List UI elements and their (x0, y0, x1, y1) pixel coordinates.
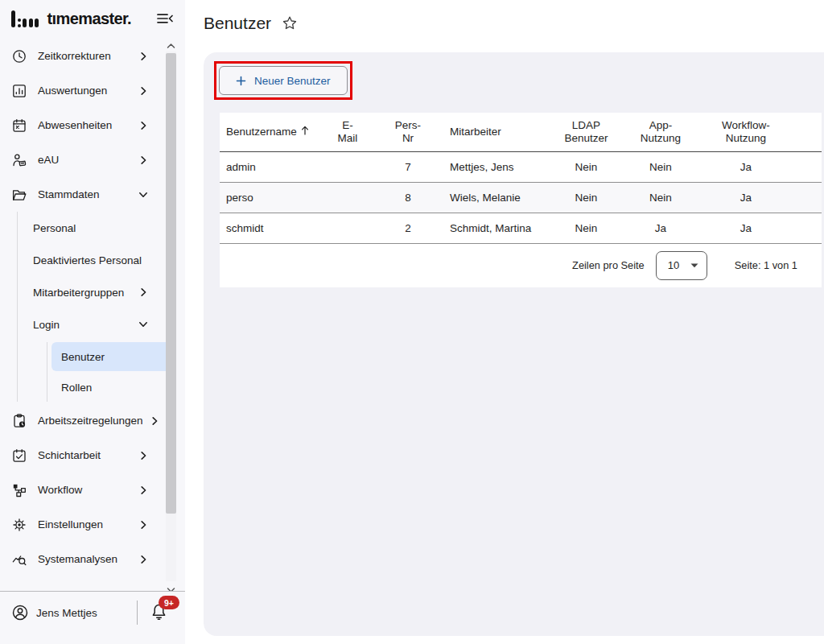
table-cell: Nein (548, 182, 624, 213)
table-cell: 2 (373, 213, 443, 243)
table-cell: perso (220, 182, 323, 213)
user-name: Jens Mettjes (36, 607, 97, 619)
chevron-right-icon (138, 121, 148, 130)
page-title: Benutzer (204, 14, 271, 33)
chevron-right-icon (138, 485, 148, 495)
sidebar-item-personal[interactable]: Personal (18, 212, 185, 244)
table-cell: Wiels, Melanie (443, 182, 548, 213)
user-menu[interactable]: Jens Mettjes 9+ (0, 592, 185, 634)
table-cell (323, 213, 373, 243)
sidebar-scrollbar-thumb[interactable] (166, 53, 176, 514)
sidebar-item-benutzer[interactable]: Benutzer (52, 342, 174, 371)
sidebar-item-zeitkorrekturen[interactable]: Zeitkorrekturen (0, 39, 185, 73)
table-cell: 8 (373, 182, 443, 213)
sidebar-footer: Jens Mettjes 9+ (0, 591, 185, 644)
sidebar-item-deaktiviertes-personal[interactable]: Deaktiviertes Personal (18, 244, 185, 276)
table-body: admin7Mettjes, JensNeinNeinJaperso8Wiels… (220, 151, 822, 243)
table-row-admin[interactable]: admin7Mettjes, JensNeinNeinJa (220, 151, 822, 182)
table-cell-spacer (795, 151, 822, 182)
clock-icon (11, 48, 27, 64)
sidebar-item-label: Einstellungen (38, 518, 132, 530)
table-cell: Nein (548, 213, 624, 243)
sidebar-item-stammdaten[interactable]: Stammdaten (0, 177, 185, 212)
sidebar-item-label: Arbeitszeitregelungen (38, 415, 143, 427)
logout-icon[interactable] (11, 638, 27, 644)
table-cell: Mettjes, Jens (443, 151, 548, 182)
chevron-right-icon (138, 451, 148, 460)
table-cell: Ja (624, 213, 697, 243)
chevron-down-icon (138, 320, 148, 329)
favorite-star-icon[interactable] (282, 15, 298, 31)
column-header-3[interactable]: Mitarbeiter (443, 113, 548, 151)
bar-chart-icon (11, 83, 27, 99)
rows-per-page-select[interactable]: 10 (656, 251, 707, 280)
sidebar-subgroup: BenutzerRollen (47, 342, 185, 402)
sidebar-item-label: Schichtarbeit (38, 449, 132, 461)
column-header-2[interactable]: Pers- Nr (373, 113, 443, 151)
sidebar-item-mitarbeitergruppen[interactable]: Mitarbeitergruppen (18, 276, 185, 308)
sidebar-item-workflow[interactable]: Workflow (0, 473, 185, 507)
column-header-1[interactable]: E- Mail (323, 113, 373, 151)
sidebar-item-arbeitszeitregelungen[interactable]: Arbeitszeitregelungen (0, 403, 185, 438)
column-header-label: Workflow- Nutzung (722, 119, 770, 144)
sidebar-item-eau[interactable]: eAU (0, 142, 185, 177)
chart-search-icon (11, 551, 27, 568)
calendar-x-icon (11, 118, 27, 134)
sidebar-item-schichtarbeit[interactable]: Schichtarbeit (0, 438, 185, 473)
sidebar-nav: ZeitkorrekturenAuswertungenAbwesenheiten… (0, 39, 185, 591)
table-footer: Zeilen pro Seite 10 Seite: 1 von 1 (220, 244, 822, 287)
users-table: BenutzernameE- MailPers- NrMitarbeiterLD… (220, 113, 822, 244)
collapse-sidebar-icon[interactable] (154, 9, 175, 28)
new-user-button[interactable]: Neuer Benutzer (219, 66, 348, 95)
sidebar: tımemaster. ZeitkorrekturenAuswertungenA… (0, 0, 185, 644)
column-header-spacer (795, 113, 822, 151)
notifications-button[interactable]: 9+ (150, 602, 168, 625)
table-row-schmidt[interactable]: schmidt2Schmidt, MartinaNeinJaJa (220, 213, 822, 243)
column-header-label: Benutzername (226, 126, 297, 138)
sidebar-item-einstellungen[interactable]: Einstellungen (0, 507, 185, 542)
notification-badge: 9+ (159, 596, 179, 609)
sidebar-item-label: Stammdaten (38, 188, 132, 200)
sidebar-item-label: Zeitkorrekturen (38, 50, 132, 62)
annotation-highlight-box: Neuer Benutzer (214, 61, 352, 100)
table-cell: schmidt (220, 213, 323, 243)
column-header-label: LDAP Benutzer (564, 119, 608, 144)
table-cell: Nein (548, 151, 624, 182)
sidebar-item-rollen[interactable]: Rollen (52, 373, 174, 402)
sidebar-item-systemanalysen[interactable]: Systemanalysen (0, 542, 185, 576)
column-header-6[interactable]: Workflow- Nutzung (697, 113, 795, 151)
workflow-icon (11, 482, 27, 498)
sidebar-item-label: Rollen (61, 382, 164, 394)
sidebar-item-label: Auswertungen (38, 85, 132, 97)
column-header-label: Pers- Nr (395, 119, 421, 144)
scroll-up-icon[interactable] (166, 42, 176, 50)
rows-per-page-value: 10 (668, 259, 679, 271)
chevron-right-icon (150, 416, 159, 426)
sidebar-item-auswertungen[interactable]: Auswertungen (0, 73, 185, 108)
table-cell (323, 182, 373, 213)
dropdown-caret-icon (690, 263, 698, 268)
chevron-right-icon (138, 555, 148, 564)
gear-icon (11, 517, 27, 533)
sidebar-item-label: Login (33, 319, 132, 331)
sidebar-item-label: Workflow (38, 484, 132, 496)
calendar-check-icon (11, 448, 27, 464)
table-row-perso[interactable]: perso8Wiels, MelanieNeinNeinJa (220, 182, 822, 213)
main-content: Benutzer Neuer Benutzer BenutzernameE- M… (185, 0, 824, 644)
column-header-4[interactable]: LDAP Benutzer (548, 113, 624, 151)
chevron-right-icon (138, 155, 148, 165)
sidebar-item-abwesenheiten[interactable]: Abwesenheiten (0, 108, 185, 142)
page-info: Seite: 1 von 1 (735, 259, 797, 271)
sidebar-item-login[interactable]: Login (18, 308, 185, 341)
sidebar-item-label: Deaktiviertes Personal (33, 254, 185, 266)
logo-row: tımemaster. (0, 0, 185, 37)
column-header-0[interactable]: Benutzername (220, 113, 323, 151)
rows-per-page-label: Zeilen pro Seite (572, 259, 645, 271)
chevron-right-icon (138, 287, 148, 297)
table-cell: Ja (697, 151, 795, 182)
sidebar-item-label: eAU (38, 154, 132, 166)
column-header-5[interactable]: App- Nutzung (624, 113, 697, 151)
table-cell: Ja (697, 182, 795, 213)
column-header-label: E- Mail (338, 119, 358, 144)
sidebar-item-label: Personal (33, 222, 185, 234)
